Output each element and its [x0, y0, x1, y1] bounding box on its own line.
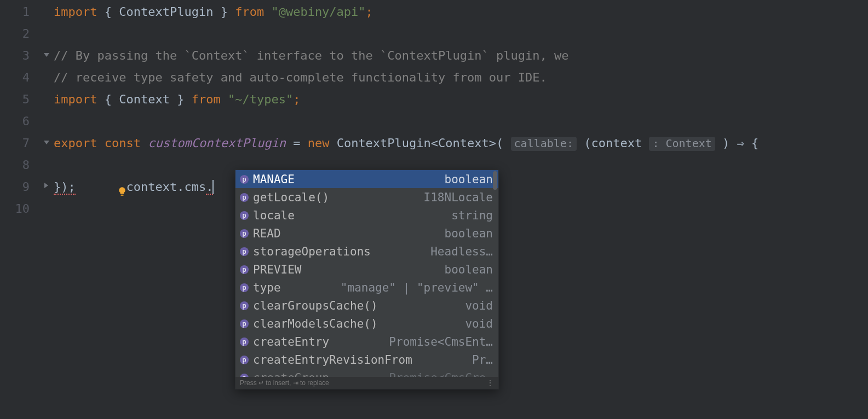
property-icon: p [240, 319, 249, 328]
footer-hint: Press ↵ to insert, ⇥ to replace [240, 372, 329, 389]
comment: // receive type safety and auto-complete… [54, 71, 547, 84]
completion-item[interactable]: p createEntryRevisionFrom Pr… [235, 351, 498, 369]
code-line[interactable]: import { Context } from "~/types"; [54, 89, 868, 110]
property-icon: p [240, 337, 249, 346]
code-editor[interactable]: 1 2 3 4 5 6 7 8 9 10 import { ContextPlu… [0, 0, 868, 419]
completion-item[interactable]: p PREVIEW boolean [235, 260, 498, 278]
completion-item[interactable]: p clearGroupsCache() void [235, 296, 498, 315]
code-line[interactable] [54, 23, 868, 45]
punct: }); [54, 180, 76, 195]
completion-item[interactable]: p locale string [235, 206, 498, 224]
string: "~/types" [228, 92, 293, 106]
punct: ; [293, 92, 300, 106]
code-line[interactable]: // receive type safety and auto-complete… [54, 67, 868, 89]
property-icon: p [240, 301, 249, 310]
gutter: 1 2 3 4 5 6 7 8 9 10 [0, 0, 43, 419]
punct: > [489, 136, 496, 150]
keyword: export [54, 136, 97, 150]
line-number: 3 [0, 45, 43, 67]
punct: { [751, 136, 758, 150]
property-icon: p [240, 356, 249, 364]
completion-item[interactable]: p type "manage" | "preview" … [235, 278, 498, 296]
punct: ) [722, 136, 729, 150]
keyword: from [192, 92, 221, 106]
property-icon: p [240, 247, 249, 256]
line-number: 1 [0, 1, 43, 23]
line-number: 10 [0, 198, 43, 220]
line-number: 4 [0, 67, 43, 89]
operator: = [286, 136, 308, 150]
property-icon: p [240, 211, 249, 220]
property-icon: p [240, 283, 249, 292]
code-line[interactable]: export const customContextPlugin = new C… [54, 132, 868, 154]
code-line[interactable]: // By passing the `Context` interface to… [54, 45, 868, 67]
lightbulb-icon[interactable] [59, 160, 69, 170]
identifier: ContextPlugin [337, 136, 431, 150]
keyword: import [54, 92, 97, 106]
fold-toggle-icon[interactable] [43, 132, 54, 154]
completion-item[interactable]: p storageOperations Headless… [235, 242, 498, 260]
fold-toggle-icon[interactable] [43, 45, 54, 67]
keyword: from [235, 5, 264, 19]
line-number: 5 [0, 89, 43, 110]
code-line[interactable] [54, 110, 868, 132]
property-icon: p [240, 229, 249, 238]
property-icon: p [240, 265, 249, 274]
completion-item[interactable]: p MANAGE boolean [235, 170, 498, 188]
punct: ( [496, 136, 503, 150]
code-line[interactable]: import { ContextPlugin } from "@webiny/a… [54, 1, 868, 23]
property-icon: p [240, 193, 249, 202]
completion-item[interactable]: p READ boolean [235, 224, 498, 242]
keyword: const [105, 136, 141, 150]
fold-column [43, 0, 54, 419]
completion-item[interactable]: p createEntry Promise<CmsEnt… [235, 333, 498, 351]
keyword: new [308, 136, 330, 150]
operator: ⇒ [729, 136, 751, 150]
line-number: 9 [0, 176, 43, 198]
autocomplete-popup[interactable]: p MANAGE boolean p getLocale() I18NLocal… [235, 170, 499, 389]
identifier: context [591, 136, 642, 150]
more-icon[interactable]: ⋮ [487, 372, 494, 389]
code-area[interactable]: import { ContextPlugin } from "@webiny/a… [54, 0, 868, 419]
type: Context [438, 136, 489, 150]
scrollbar-thumb[interactable] [493, 171, 497, 190]
line-number: 6 [0, 110, 43, 132]
punct: ( [584, 136, 591, 150]
line-number: 7 [0, 132, 43, 154]
identifier: { ContextPlugin } [105, 5, 228, 19]
fold-toggle-icon[interactable] [43, 176, 54, 198]
inlay-hint: : Context [649, 137, 715, 151]
keyword: import [54, 5, 97, 19]
comment: // By passing the `Context` interface to… [54, 49, 568, 62]
string: "@webiny/api" [271, 5, 365, 19]
autocomplete-footer: Press ↵ to insert, ⇥ to replace ⋮ [235, 377, 498, 389]
line-number: 8 [0, 154, 43, 176]
inlay-hint: callable: [511, 137, 577, 151]
identifier: { Context } [105, 92, 185, 106]
completion-item[interactable]: p clearModelsCache() void [235, 315, 498, 333]
line-number: 2 [0, 23, 43, 45]
punct: ; [366, 5, 373, 19]
property-icon: p [240, 175, 249, 184]
completion-item[interactable]: p getLocale() I18NLocale [235, 188, 498, 206]
identifier: customContextPlugin [148, 136, 286, 150]
punct: < [431, 136, 438, 150]
